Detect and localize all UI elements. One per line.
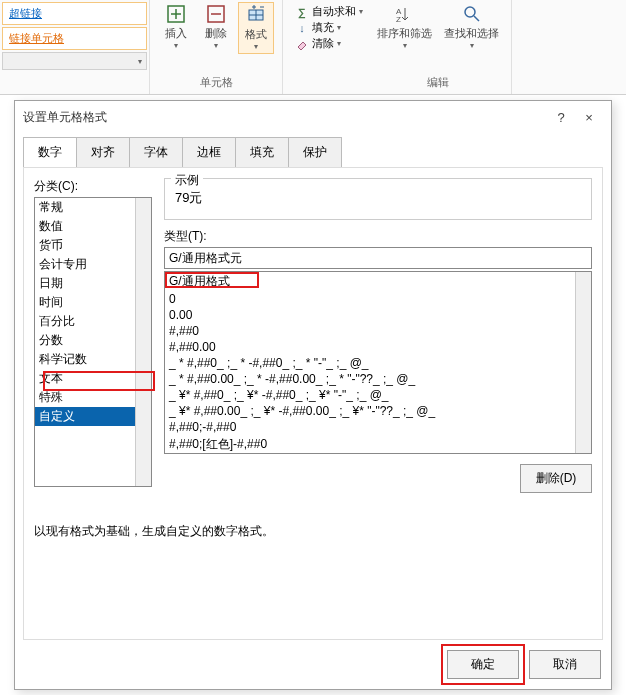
sample-label: 示例 <box>171 172 203 189</box>
dialog-tabs: 数字 对齐 字体 边框 填充 保护 <box>23 137 603 167</box>
list-item[interactable]: 日期 <box>35 274 151 293</box>
tab-alignment[interactable]: 对齐 <box>76 137 130 167</box>
dialog-titlebar: 设置单元格格式 ? × <box>15 101 611 133</box>
type-label: 类型(T): <box>164 228 592 245</box>
list-item[interactable]: _ * #,##0.00_ ;_ * -#,##0.00_ ;_ * "-"??… <box>165 371 591 387</box>
format-icon <box>246 5 266 25</box>
list-item[interactable]: 文本 <box>35 369 151 388</box>
chevron-down-icon: ▾ <box>359 7 363 16</box>
svg-line-11 <box>474 16 479 21</box>
list-item-custom[interactable]: 自定义 <box>35 407 151 426</box>
list-item[interactable]: #,##0 <box>165 323 591 339</box>
list-item[interactable]: #,##0.00 <box>165 339 591 355</box>
list-item[interactable]: 分数 <box>35 331 151 350</box>
sort-filter-icon: AZ <box>395 4 415 24</box>
find-icon <box>462 4 482 24</box>
list-item[interactable]: 货币 <box>35 236 151 255</box>
find-select-label: 查找和选择 <box>444 26 499 41</box>
list-item[interactable]: _ ¥* #,##0_ ;_ ¥* -#,##0_ ;_ ¥* "-"_ ;_ … <box>165 387 591 403</box>
clear-label: 清除 <box>312 36 334 51</box>
delete-label: 删除 <box>205 26 227 41</box>
edit-group-label: 编辑 <box>373 75 503 92</box>
chevron-down-icon: ▾ <box>470 41 474 50</box>
tab-font[interactable]: 字体 <box>129 137 183 167</box>
help-button[interactable]: ? <box>547 110 575 125</box>
dialog-button-row: 确定 取消 <box>15 640 611 689</box>
insert-icon <box>166 4 186 24</box>
eraser-icon <box>295 37 309 51</box>
fill-label: 填充 <box>312 20 334 35</box>
sort-filter-label: 排序和筛选 <box>377 26 432 41</box>
tab-number[interactable]: 数字 <box>23 137 77 167</box>
category-label: 分类(C): <box>34 178 152 195</box>
list-item[interactable]: 数值 <box>35 217 151 236</box>
fill-button[interactable]: ↓ 填充 ▾ <box>295 20 363 35</box>
chevron-down-icon: ▾ <box>254 42 258 51</box>
list-item[interactable]: 特殊 <box>35 388 151 407</box>
cells-group-label: 单元格 <box>200 75 233 92</box>
chevron-down-icon: ▾ <box>214 41 218 50</box>
style-hyperlink[interactable]: 超链接 <box>2 2 147 25</box>
sort-filter-button[interactable]: AZ 排序和筛选 ▾ <box>373 2 436 75</box>
chevron-down-icon: ▾ <box>174 41 178 50</box>
type-input[interactable] <box>164 247 592 269</box>
list-item[interactable]: 科学记数 <box>35 350 151 369</box>
delete-icon <box>206 4 226 24</box>
list-item[interactable]: #,##0;-#,##0 <box>165 419 591 435</box>
chevron-down-icon: ▾ <box>337 39 341 48</box>
chevron-down-icon: ▾ <box>403 41 407 50</box>
chevron-down-icon: ▾ <box>337 23 341 32</box>
insert-label: 插入 <box>165 26 187 41</box>
tab-protection[interactable]: 保护 <box>288 137 342 167</box>
sigma-icon: ∑ <box>295 5 309 19</box>
type-listbox[interactable]: G/通用格式 0 0.00 #,##0 #,##0.00 _ * #,##0_ … <box>164 271 592 454</box>
edit-group: ∑ 自动求和 ▾ ↓ 填充 ▾ 清除 ▾ AZ 排序和筛选 <box>283 0 512 94</box>
tab-border[interactable]: 边框 <box>182 137 236 167</box>
ribbon: 超链接 链接单元格 ▾ 插入 ▾ 删除 ▾ 格式 ▾ 单元格 <box>0 0 626 95</box>
svg-point-10 <box>465 7 475 17</box>
list-item[interactable]: 0 <box>165 291 591 307</box>
delete-button[interactable]: 删除 ▾ <box>198 2 234 54</box>
tab-body-number: 分类(C): 常规 数值 货币 会计专用 日期 时间 百分比 分数 科学记数 文… <box>23 167 603 640</box>
list-item[interactable]: 0.00 <box>165 307 591 323</box>
delete-format-button[interactable]: 删除(D) <box>520 464 592 493</box>
format-label: 格式 <box>245 27 267 42</box>
find-select-button[interactable]: 查找和选择 ▾ <box>440 2 503 75</box>
styles-expand[interactable]: ▾ <box>2 52 147 70</box>
cells-group: 插入 ▾ 删除 ▾ 格式 ▾ 单元格 <box>150 0 283 94</box>
dialog-title: 设置单元格格式 <box>23 109 547 126</box>
chevron-down-icon: ▾ <box>138 57 142 66</box>
autosum-label: 自动求和 <box>312 4 356 19</box>
cancel-button[interactable]: 取消 <box>529 650 601 679</box>
scrollbar[interactable] <box>575 272 591 453</box>
list-item[interactable]: _ * #,##0_ ;_ * -#,##0_ ;_ * "-"_ ;_ @_ <box>165 355 591 371</box>
fill-down-icon: ↓ <box>295 21 309 35</box>
svg-text:Z: Z <box>396 15 401 24</box>
list-item[interactable]: 时间 <box>35 293 151 312</box>
sample-frame: 示例 79元 <box>164 178 592 220</box>
edit-small-options: ∑ 自动求和 ▾ ↓ 填充 ▾ 清除 ▾ <box>291 2 367 92</box>
list-item[interactable]: #,##0;[红色]-#,##0 <box>165 435 591 454</box>
close-button[interactable]: × <box>575 110 603 125</box>
insert-button[interactable]: 插入 ▾ <box>158 2 194 54</box>
list-item[interactable]: 会计专用 <box>35 255 151 274</box>
list-item[interactable]: 百分比 <box>35 312 151 331</box>
style-linked-cell[interactable]: 链接单元格 <box>2 27 147 50</box>
tab-fill[interactable]: 填充 <box>235 137 289 167</box>
cell-styles-panel: 超链接 链接单元格 ▾ <box>0 0 150 94</box>
list-item[interactable]: 常规 <box>35 198 151 217</box>
list-item[interactable]: _ ¥* #,##0.00_ ;_ ¥* -#,##0.00_ ;_ ¥* "-… <box>165 403 591 419</box>
scrollbar[interactable] <box>135 198 151 486</box>
ok-button[interactable]: 确定 <box>447 650 519 679</box>
autosum-button[interactable]: ∑ 自动求和 ▾ <box>295 4 363 19</box>
sample-value: 79元 <box>175 189 581 207</box>
format-cells-dialog: 设置单元格格式 ? × 数字 对齐 字体 边框 填充 保护 分类(C): 常规 … <box>14 100 612 690</box>
note-text: 以现有格式为基础，生成自定义的数字格式。 <box>34 523 592 540</box>
format-button[interactable]: 格式 ▾ <box>238 2 274 54</box>
list-item[interactable]: G/通用格式 <box>165 272 591 291</box>
clear-button[interactable]: 清除 ▾ <box>295 36 363 51</box>
category-listbox[interactable]: 常规 数值 货币 会计专用 日期 时间 百分比 分数 科学记数 文本 特殊 自定… <box>34 197 152 487</box>
